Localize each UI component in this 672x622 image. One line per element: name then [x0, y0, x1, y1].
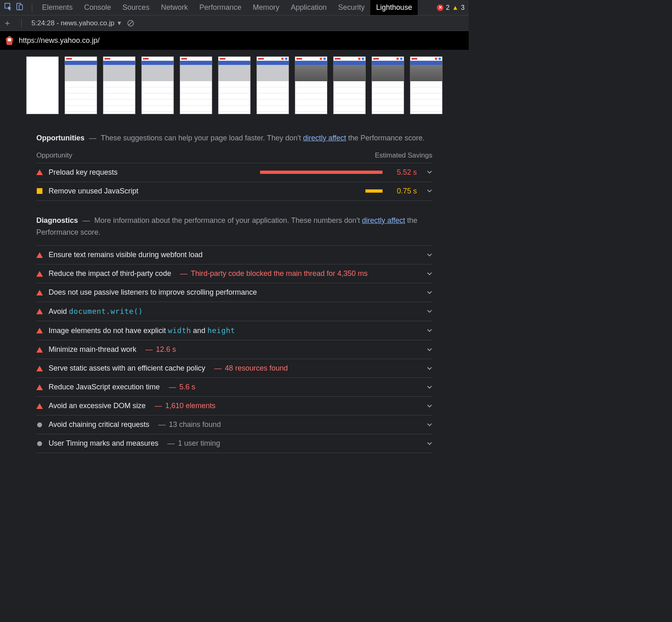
- chevron-down-icon: [427, 290, 432, 295]
- diagnostic-detail: —1 user timing: [164, 439, 220, 448]
- diagnostic-detail: —48 resources found: [211, 364, 288, 373]
- tab-console[interactable]: Console: [78, 0, 117, 15]
- devtools-tab-bar: Elements Console Sources Network Perform…: [0, 0, 469, 16]
- opportunity-value: 5.52 s: [388, 168, 417, 177]
- warning-count: 3: [461, 4, 465, 11]
- tab-sources[interactable]: Sources: [117, 0, 155, 15]
- chevron-down-icon: [427, 309, 432, 314]
- diagnostics-desc-link[interactable]: directly affect: [362, 216, 405, 224]
- square-yellow-icon: [37, 188, 42, 194]
- triangle-red-icon: [36, 366, 43, 371]
- report-selector-label: 5:24:28 - news.yahoo.co.jp: [31, 19, 114, 27]
- chevron-down-icon: [427, 441, 432, 447]
- filmstrip-frame[interactable]: [180, 56, 212, 114]
- diagnostic-detail: —Third-party code blocked the main threa…: [177, 269, 367, 278]
- diagnostic-title: Reduce JavaScript execution time: [49, 383, 160, 391]
- svg-rect-2: [19, 5, 22, 10]
- diagnostic-title: User Timing marks and measures: [49, 439, 158, 448]
- diagnostic-title: Avoid an excessive DOM size: [49, 402, 146, 410]
- tab-network[interactable]: Network: [155, 0, 194, 15]
- new-report-icon[interactable]: ＋: [3, 18, 11, 29]
- chevron-down-icon: [427, 188, 432, 194]
- inspect-icon[interactable]: [4, 2, 12, 13]
- triangle-red-icon: [36, 271, 43, 277]
- report-url: https://news.yahoo.co.jp/: [19, 36, 100, 45]
- diagnostic-row[interactable]: Minimize main-thread work—12.6 s: [36, 340, 432, 359]
- lighthouse-toolbar: ＋ 5:24:28 - news.yahoo.co.jp ▾: [0, 16, 469, 31]
- filmstrip-frame[interactable]: [295, 56, 327, 114]
- filmstrip-frame[interactable]: [410, 56, 443, 114]
- diagnostics-desc-pre: More information about the performance o…: [94, 216, 362, 224]
- report-url-bar: https://news.yahoo.co.jp/: [0, 31, 469, 50]
- opportunity-title: Preload key requests: [49, 168, 118, 177]
- opp-col-name: Opportunity: [36, 151, 72, 160]
- opportunities-desc-pre: These suggestions can help your page loa…: [101, 134, 303, 142]
- diagnostic-row[interactable]: Ensure text remains visible during webfo…: [36, 245, 432, 264]
- diagnostic-row[interactable]: Avoid chaining critical requests—13 chai…: [36, 415, 432, 434]
- diagnostic-row[interactable]: Serve static assets with an efficient ca…: [36, 359, 432, 378]
- tab-memory[interactable]: Memory: [247, 0, 285, 15]
- chevron-down-icon: [427, 271, 432, 277]
- triangle-red-icon: [36, 309, 43, 314]
- triangle-red-icon: [36, 290, 43, 295]
- diagnostic-title: Does not use passive listeners to improv…: [49, 288, 257, 297]
- opportunities-title: Opportunities: [36, 134, 85, 142]
- chevron-down-icon: [427, 328, 432, 333]
- filmstrip-frame[interactable]: [65, 56, 97, 114]
- lighthouse-icon: [6, 36, 13, 45]
- filmstrip-frame[interactable]: [372, 56, 404, 114]
- opportunities-desc-link[interactable]: directly affect: [303, 134, 346, 142]
- diagnostic-row[interactable]: Avoid an excessive DOM size—1,610 elemen…: [36, 396, 432, 415]
- tab-application[interactable]: Application: [285, 0, 332, 15]
- chevron-down-icon: [427, 252, 432, 258]
- tab-security[interactable]: Security: [332, 0, 370, 15]
- error-count: 2: [446, 4, 449, 11]
- status-counters[interactable]: ✕ 2 ▲ 3: [437, 4, 469, 11]
- diagnostic-title: Ensure text remains visible during webfo…: [49, 251, 202, 259]
- device-toggle-icon[interactable]: [16, 2, 24, 13]
- filmstrip-frame[interactable]: [26, 56, 59, 114]
- chevron-down-icon: ▾: [118, 19, 121, 27]
- opportunity-row[interactable]: Remove unused JavaScript 0.75 s: [36, 182, 432, 201]
- filmstrip-frame[interactable]: [103, 56, 136, 114]
- opportunities-desc-post: the Performance score.: [346, 134, 425, 142]
- diagnostic-detail: —1,610 elements: [151, 402, 216, 410]
- report-selector[interactable]: 5:24:28 - news.yahoo.co.jp ▾: [31, 19, 121, 27]
- opportunity-title: Remove unused JavaScript: [49, 187, 138, 195]
- tab-lighthouse[interactable]: Lighthouse: [370, 0, 418, 15]
- diagnostic-row[interactable]: Does not use passive listeners to improv…: [36, 283, 432, 302]
- chevron-down-icon: [427, 422, 432, 428]
- chevron-down-icon: [427, 169, 432, 175]
- diagnostic-row[interactable]: Reduce JavaScript execution time—5.6 s: [36, 378, 432, 396]
- chevron-down-icon: [427, 366, 432, 371]
- opportunity-row[interactable]: Preload key requests 5.52 s: [36, 163, 432, 182]
- opportunity-bar: [260, 171, 383, 174]
- filmstrip-frame[interactable]: [141, 56, 174, 114]
- diagnostic-detail: —5.6 s: [165, 383, 195, 391]
- triangle-red-icon: [36, 347, 43, 353]
- opportunity-value: 0.75 s: [388, 187, 417, 195]
- chevron-down-icon: [427, 384, 432, 390]
- filmstrip: [8, 56, 461, 114]
- tab-elements[interactable]: Elements: [36, 0, 78, 15]
- diagnostic-detail: —12.6 s: [142, 345, 176, 354]
- filmstrip-frame[interactable]: [333, 56, 366, 114]
- error-icon: ✕: [437, 4, 443, 11]
- circle-gray-icon: [37, 422, 42, 427]
- diagnostic-row[interactable]: Image elements do not have explicit widt…: [36, 321, 432, 340]
- diagnostic-title: Minimize main-thread work: [49, 345, 136, 354]
- diagnostic-row[interactable]: Reduce the impact of third-party code—Th…: [36, 264, 432, 283]
- svg-line-4: [129, 21, 133, 25]
- filmstrip-frame[interactable]: [256, 56, 289, 114]
- diagnostic-row[interactable]: User Timing marks and measures—1 user ti…: [36, 434, 432, 453]
- tab-performance[interactable]: Performance: [194, 0, 247, 15]
- diagnostic-title: Avoid document.write(): [49, 307, 143, 316]
- filmstrip-frame[interactable]: [218, 56, 251, 114]
- diagnostic-row[interactable]: Avoid document.write(): [36, 302, 432, 321]
- triangle-red-icon: [36, 252, 43, 258]
- opportunities-section: Opportunities — These suggestions can he…: [36, 132, 432, 201]
- clear-icon[interactable]: [127, 20, 134, 27]
- warning-icon: ▲: [452, 4, 458, 11]
- diagnostic-title: Image elements do not have explicit widt…: [49, 326, 235, 335]
- diagnostics-title: Diagnostics: [36, 216, 78, 224]
